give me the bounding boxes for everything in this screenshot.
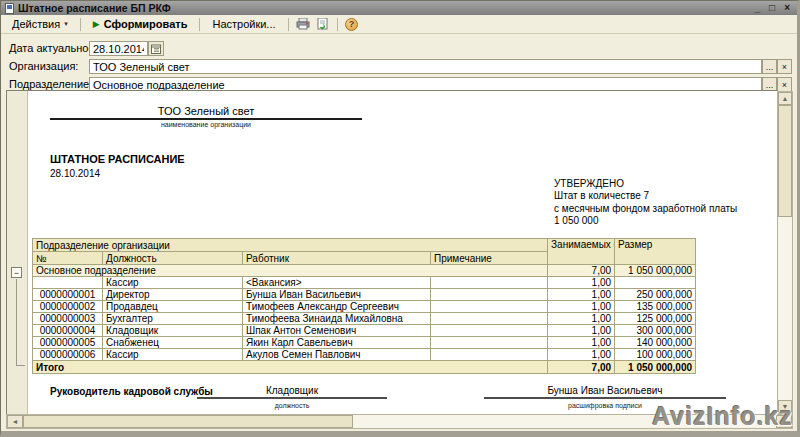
toolbar-separator bbox=[337, 18, 338, 31]
size-cell[interactable]: 250 000,000 bbox=[615, 289, 696, 301]
report-date: 28.10.2014 bbox=[50, 168, 100, 179]
organization-name: ТОО Зеленый свет bbox=[50, 105, 362, 120]
table-row: 0000000006 Кассир Акулов Семен Павлович … bbox=[33, 349, 696, 361]
size-cell[interactable] bbox=[615, 277, 696, 289]
collapse-group-button[interactable]: − bbox=[11, 267, 22, 278]
scroll-up-icon[interactable]: ▲ bbox=[778, 92, 792, 105]
size-header-cell[interactable]: Размер bbox=[615, 239, 696, 265]
help-button[interactable]: ? bbox=[343, 16, 361, 32]
scroll-left-icon[interactable]: ◄ bbox=[7, 415, 23, 428]
size-cell[interactable]: 300 000,000 bbox=[615, 325, 696, 337]
note-header-cell[interactable]: Примечание bbox=[431, 252, 548, 265]
num-cell[interactable]: 0000000006 bbox=[33, 349, 103, 361]
print-button[interactable] bbox=[294, 16, 312, 32]
position-cell[interactable]: Бухгалтер bbox=[103, 313, 243, 325]
table-row: Кассир <Вакансия> 1,00 bbox=[33, 277, 696, 289]
employee-cell[interactable]: <Вакансия> bbox=[243, 277, 431, 289]
employee-cell[interactable]: Акулов Семен Павлович bbox=[243, 349, 431, 361]
employee-cell[interactable]: Бунша Иван Васильевич bbox=[243, 289, 431, 301]
note-cell[interactable] bbox=[431, 325, 548, 337]
settings-label: Настройки... bbox=[212, 18, 275, 30]
printer-icon bbox=[296, 18, 310, 30]
app-window: Штатное расписание БП РКФ _ □ × Действия… bbox=[0, 0, 800, 437]
total-size-cell[interactable]: 1 050 000,000 bbox=[615, 361, 696, 374]
approved-block: УТВЕРЖДЕНО Штат в количестве 7 с месячны… bbox=[554, 178, 777, 228]
settings-button[interactable]: Настройки... bbox=[205, 16, 282, 32]
document-arrow-icon bbox=[316, 18, 329, 31]
organization-caption: наименование организации bbox=[50, 120, 362, 128]
rate-cell[interactable]: 1,00 bbox=[548, 289, 615, 301]
employee-cell[interactable]: Шпак Антон Семенович bbox=[243, 325, 431, 337]
organization-input[interactable] bbox=[89, 59, 762, 74]
organization-clear-button[interactable]: × bbox=[777, 59, 792, 74]
position-cell[interactable]: Кладовщик bbox=[103, 325, 243, 337]
group-label-cell[interactable]: Основное подразделение bbox=[33, 265, 548, 277]
approved-line: с месячным фондом заработной платы bbox=[554, 203, 777, 215]
toolbar: Действия ▾ ▶ Сформировать Настройки... bbox=[1, 15, 797, 34]
organization-choose-button[interactable]: ... bbox=[762, 59, 777, 74]
note-cell[interactable] bbox=[431, 337, 548, 349]
actions-label: Действия bbox=[12, 18, 60, 30]
note-cell[interactable] bbox=[431, 277, 548, 289]
employee-cell[interactable]: Якин Карл Савельевич bbox=[243, 337, 431, 349]
num-cell[interactable]: 0000000002 bbox=[33, 301, 103, 313]
table-row: 0000000001 Директор Бунша Иван Васильеви… bbox=[33, 289, 696, 301]
date-input[interactable] bbox=[89, 41, 148, 56]
total-label-cell[interactable]: Итого bbox=[33, 361, 548, 374]
group-size-cell[interactable]: 1 050 000,000 bbox=[615, 265, 696, 277]
num-cell[interactable]: 0000000005 bbox=[33, 337, 103, 349]
maximize-button[interactable]: □ bbox=[769, 2, 775, 14]
note-cell[interactable] bbox=[431, 313, 548, 325]
num-header-cell[interactable]: № bbox=[33, 252, 103, 265]
size-cell[interactable]: 125 000,000 bbox=[615, 313, 696, 325]
position-cell[interactable]: Кассир bbox=[103, 277, 243, 289]
position-header-cell[interactable]: Должность bbox=[103, 252, 243, 265]
position-cell[interactable]: Снабженец bbox=[103, 337, 243, 349]
num-cell[interactable]: 0000000001 bbox=[33, 289, 103, 301]
table-row: 0000000002 Продавдец Тимофеев Александр … bbox=[33, 301, 696, 313]
group-header-cell[interactable]: Подразделение организации bbox=[33, 239, 548, 252]
size-cell[interactable]: 140 000,000 bbox=[615, 337, 696, 349]
table-header-row: Подразделение организации Занимаемых ста… bbox=[33, 239, 696, 252]
rate-cell[interactable]: 1,00 bbox=[548, 277, 615, 289]
rate-cell[interactable]: 1,00 bbox=[548, 337, 615, 349]
generate-button[interactable]: ▶ Сформировать bbox=[86, 16, 195, 32]
employee-cell[interactable]: Тимофеева Зинаида Михайловна bbox=[243, 313, 431, 325]
size-cell[interactable]: 135 000,000 bbox=[615, 301, 696, 313]
vertical-scrollbar[interactable]: ▲ ▼ bbox=[777, 91, 793, 414]
group-rate-cell[interactable]: 7,00 bbox=[548, 265, 615, 277]
close-button[interactable]: × bbox=[784, 2, 790, 14]
total-rate-cell[interactable]: 7,00 bbox=[548, 361, 615, 374]
horizontal-scroll-thumb[interactable] bbox=[23, 415, 353, 428]
department-clear-button[interactable]: × bbox=[777, 77, 792, 92]
note-cell[interactable] bbox=[431, 301, 548, 313]
note-cell[interactable] bbox=[431, 289, 548, 301]
employee-header-cell[interactable]: Работник bbox=[243, 252, 431, 265]
approved-line: Штат в количестве 7 bbox=[554, 190, 777, 202]
group-row: Основное подразделение 7,00 1 050 000,00… bbox=[33, 265, 696, 277]
num-cell[interactable] bbox=[33, 277, 103, 289]
rate-cell[interactable]: 1,00 bbox=[548, 349, 615, 361]
rate-header-cell[interactable]: Занимаемых ставок bbox=[548, 239, 615, 265]
vertical-scroll-thumb[interactable] bbox=[778, 105, 792, 217]
position-cell[interactable]: Кассир bbox=[103, 349, 243, 361]
save-report-button[interactable] bbox=[314, 16, 332, 32]
rate-cell[interactable]: 1,00 bbox=[548, 313, 615, 325]
position-cell[interactable]: Продавдец bbox=[103, 301, 243, 313]
minimize-button[interactable]: _ bbox=[755, 2, 761, 14]
total-row: Итого 7,00 1 050 000,000 bbox=[33, 361, 696, 374]
num-cell[interactable]: 0000000003 bbox=[33, 313, 103, 325]
signature-name-value: Бунша Иван Васильевич bbox=[484, 385, 726, 399]
group-tree-line bbox=[16, 279, 25, 366]
rate-cell[interactable]: 1,00 bbox=[548, 325, 615, 337]
rate-cell[interactable]: 1,00 bbox=[548, 301, 615, 313]
generate-label: Сформировать bbox=[104, 18, 188, 30]
calendar-button[interactable] bbox=[148, 41, 164, 56]
size-cell[interactable]: 100 000,000 bbox=[615, 349, 696, 361]
signer-label: Руководитель кадровой службы bbox=[50, 386, 213, 397]
employee-cell[interactable]: Тимофеев Александр Сергеевич bbox=[243, 301, 431, 313]
position-cell[interactable]: Директор bbox=[103, 289, 243, 301]
note-cell[interactable] bbox=[431, 349, 548, 361]
actions-menu-button[interactable]: Действия ▾ bbox=[5, 16, 75, 32]
num-cell[interactable]: 0000000004 bbox=[33, 325, 103, 337]
